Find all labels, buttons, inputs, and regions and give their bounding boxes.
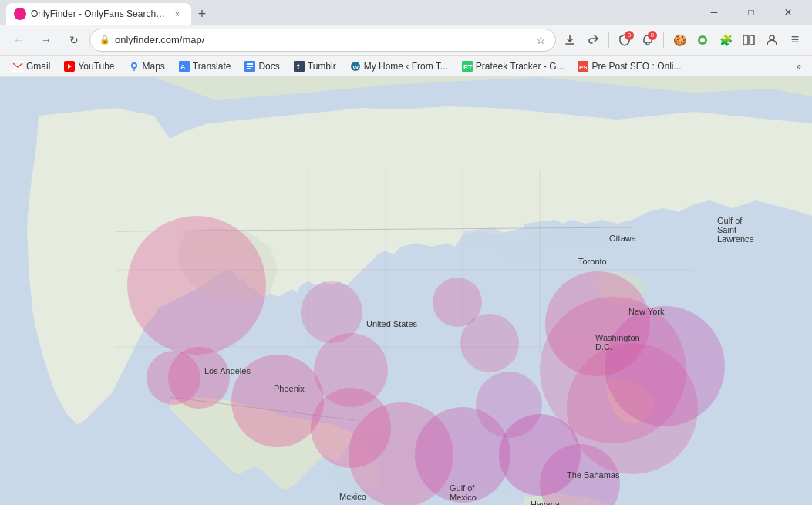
svg-rect-2 (743, 35, 748, 45)
close-button[interactable]: ✕ (770, 0, 806, 25)
nav-divider2 (663, 32, 664, 48)
bookmark-youtube-label: YouTube (78, 61, 114, 72)
bookmark-wordpress-label: My Home ‹ From T... (364, 61, 448, 72)
svg-rect-13 (247, 63, 253, 65)
bookmark-prepost-label: Pre Post SEO : Onli... (591, 61, 681, 72)
svg-rect-5 (12, 61, 23, 72)
svg-text:A: A (180, 63, 186, 71)
svg-text:PT: PT (463, 63, 473, 71)
bookmark-gmail-label: Gmail (26, 61, 50, 72)
alert-icon-button[interactable]: 8 (637, 29, 659, 51)
tab-close-button[interactable]: × (171, 8, 184, 20)
map-container[interactable]: Ottawa Toronto New York WashingtonD.C. L… (0, 77, 812, 505)
forward-button[interactable]: → (34, 28, 59, 52)
back-arrow-icon: ← (13, 34, 24, 46)
svg-point-1 (700, 38, 705, 42)
bookmark-translate[interactable]: A Translate (173, 59, 238, 73)
tab-title: OnlyFinder - OnlyFans Search Eng (31, 8, 167, 19)
download-icon-button[interactable] (559, 29, 581, 51)
maximize-button[interactable]: □ (733, 0, 769, 25)
title-bar: OnlyFinder - OnlyFans Search Eng × + ─ □… (0, 0, 812, 25)
bookmark-maps[interactable]: Maps (123, 59, 171, 73)
svg-text:W: W (352, 63, 359, 70)
cookie-icon-button[interactable]: 🍪 (669, 29, 690, 51)
nav-divider (608, 32, 609, 48)
bookmark-translate-label: Translate (193, 61, 231, 72)
svg-point-4 (770, 35, 774, 40)
minimize-button[interactable]: ─ (696, 0, 732, 25)
bookmark-tumblr-label: Tumblr (308, 61, 336, 72)
bookmark-prepost[interactable]: PS Pre Post SEO : Onli... (571, 59, 687, 73)
bookmark-docs[interactable]: Docs (238, 59, 285, 73)
svg-rect-14 (247, 66, 253, 67)
lock-icon: 🔒 (99, 35, 110, 45)
forward-arrow-icon: → (41, 34, 52, 46)
active-tab[interactable]: OnlyFinder - OnlyFans Search Eng × (6, 3, 191, 25)
address-bar[interactable]: 🔒 onlyfinder.com/map/ ☆ (89, 29, 556, 52)
svg-point-9 (133, 64, 136, 67)
profile-icon-button[interactable] (761, 29, 783, 51)
navigation-bar: ← → ↻ 🔒 onlyfinder.com/map/ ☆ 3 8 🍪 🧩 (0, 25, 812, 56)
reload-button[interactable]: ↻ (62, 28, 86, 52)
bookmark-wordpress[interactable]: W My Home ‹ From T... (344, 59, 454, 73)
bookmark-prateek[interactable]: PT Prateek Tracker - G... (456, 59, 571, 73)
shield-badge: 3 (625, 31, 634, 40)
extensions-icon-button[interactable]: 🧩 (715, 29, 736, 51)
map-svg (0, 77, 812, 505)
alert-badge: 8 (648, 31, 657, 40)
bookmark-youtube[interactable]: YouTube (58, 59, 120, 73)
svg-text:t: t (297, 62, 300, 71)
share-icon-button[interactable] (582, 29, 604, 51)
bookmarks-bar: Gmail YouTube Maps A Translate Docs t Tu… (0, 56, 812, 77)
new-tab-button[interactable]: + (191, 3, 213, 25)
bookmark-prateek-label: Prateek Tracker - G... (476, 61, 564, 72)
window-controls: ─ □ ✕ (696, 0, 806, 25)
bookmark-tumblr[interactable]: t Tumblr (288, 59, 342, 73)
reload-icon: ↻ (69, 34, 79, 46)
svg-rect-15 (247, 68, 251, 69)
back-button[interactable]: ← (6, 28, 31, 52)
bookmark-star-icon[interactable]: ☆ (536, 34, 546, 46)
metro-icon-button[interactable] (692, 29, 713, 51)
tab-strip: OnlyFinder - OnlyFans Search Eng × + (6, 0, 696, 25)
tab-favicon (14, 8, 26, 20)
url-text: onlyfinder.com/map/ (115, 34, 531, 45)
bookmark-maps-label: Maps (143, 61, 165, 72)
split-screen-button[interactable] (738, 29, 760, 51)
svg-rect-3 (750, 35, 754, 45)
bookmark-docs-label: Docs (258, 61, 279, 72)
bookmark-gmail[interactable]: Gmail (6, 59, 56, 73)
shield-icon-button[interactable]: 3 (614, 29, 635, 51)
svg-text:PS: PS (579, 64, 588, 71)
bookmarks-more-button[interactable]: » (791, 59, 806, 73)
menu-button[interactable]: ≡ (784, 29, 806, 51)
nav-right-icons: 3 8 🍪 🧩 ≡ (559, 29, 806, 51)
